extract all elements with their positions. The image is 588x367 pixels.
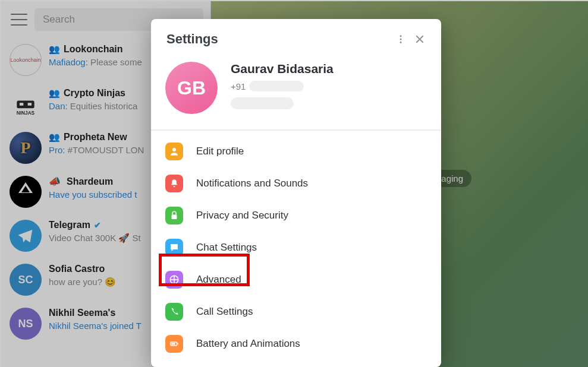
close-icon xyxy=(414,34,425,45)
item-notifications[interactable]: Notifications and Sounds xyxy=(151,167,441,200)
chat-icon xyxy=(165,239,183,257)
redacted-username xyxy=(231,97,294,109)
item-label: Call Settings xyxy=(196,306,253,318)
settings-header: Settings xyxy=(151,19,441,55)
battery-icon xyxy=(165,335,183,353)
profile-name: Gaurav Bidasaria xyxy=(231,62,427,76)
profile-phone: +91 xyxy=(231,81,427,91)
svg-point-6 xyxy=(400,42,402,43)
profile-icon xyxy=(165,143,183,160)
svg-point-7 xyxy=(172,148,176,151)
svg-rect-8 xyxy=(172,215,177,220)
item-privacy[interactable]: Privacy and Security xyxy=(151,200,441,232)
settings-modal: Settings GB Gaurav Bidasaria +91 xyxy=(151,19,441,367)
phone-icon xyxy=(165,303,183,321)
profile-avatar[interactable]: GB xyxy=(165,62,218,114)
item-chat-settings[interactable]: Chat Settings xyxy=(151,232,441,264)
more-button[interactable] xyxy=(391,30,410,49)
settings-items: Edit profile Notifications and Sounds Pr… xyxy=(151,131,441,367)
bell-icon xyxy=(165,175,183,192)
profile-section: GB Gaurav Bidasaria +91 xyxy=(151,55,441,129)
close-button[interactable] xyxy=(410,30,429,49)
settings-title: Settings xyxy=(166,31,391,47)
lock-icon xyxy=(165,207,183,224)
item-edit-profile[interactable]: Edit profile xyxy=(151,135,441,167)
svg-rect-12 xyxy=(172,343,175,345)
advanced-icon xyxy=(165,271,183,289)
svg-point-4 xyxy=(400,35,402,37)
redacted-phone xyxy=(249,81,304,91)
item-label: Advanced xyxy=(196,274,241,286)
svg-point-5 xyxy=(400,39,402,40)
item-label: Privacy and Security xyxy=(196,210,288,222)
item-advanced[interactable]: Advanced xyxy=(151,264,441,296)
item-label: Edit profile xyxy=(196,145,244,157)
svg-rect-11 xyxy=(177,343,178,345)
app-root: Search Lookonchain 👥Lookonchain Mafiadog… xyxy=(1,1,588,367)
item-label: Chat Settings xyxy=(196,242,257,254)
item-battery[interactable]: Battery and Animations xyxy=(151,328,441,360)
item-label: Battery and Animations xyxy=(196,338,300,350)
item-call-settings[interactable]: Call Settings xyxy=(151,296,441,328)
item-label: Notifications and Sounds xyxy=(196,178,308,189)
more-vertical-icon xyxy=(395,34,406,45)
item-language[interactable]: Language English xyxy=(151,360,441,367)
